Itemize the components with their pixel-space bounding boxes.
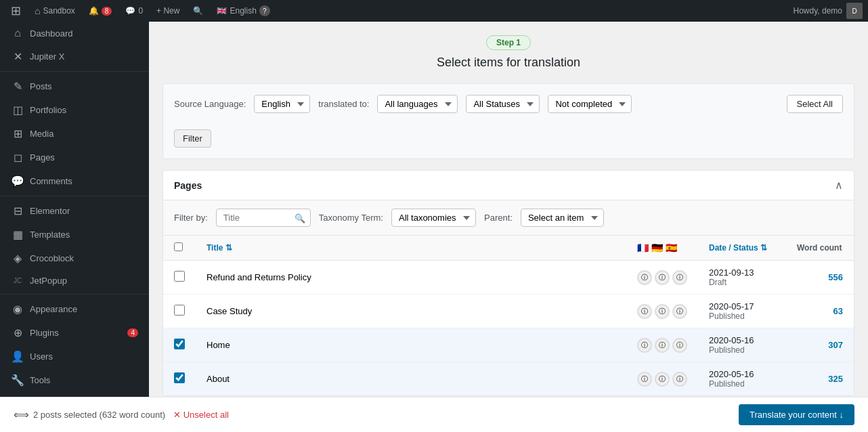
sidebar-item-pages[interactable]: ◻ Pages bbox=[0, 146, 149, 169]
completion-select[interactable]: Not completed bbox=[548, 95, 632, 113]
translated-to-label: translated to: bbox=[318, 99, 369, 109]
fr-flag[interactable]: ⓘ bbox=[637, 338, 652, 353]
wp-logo[interactable]: ⊞ bbox=[5, 0, 26, 22]
de-flag[interactable]: ⓘ bbox=[655, 372, 670, 387]
sidebar-item-templates[interactable]: ▦ Templates bbox=[0, 223, 149, 246]
row-checkbox[interactable] bbox=[174, 271, 185, 282]
fr-flag[interactable]: ⓘ bbox=[637, 304, 652, 319]
row-checkbox[interactable] bbox=[174, 372, 185, 383]
translate-button[interactable]: Translate your content ↓ bbox=[739, 404, 854, 425]
table-body: Refund and Returns Policy ⓘ ⓘ ⓘ 2021-09 bbox=[163, 261, 854, 396]
table-row: Home ⓘ ⓘ ⓘ 2020-05-16 P bbox=[163, 328, 854, 362]
sidebar-item-media[interactable]: ⊞ Media bbox=[0, 122, 149, 146]
row-date-cell: 2020-05-16 Published bbox=[698, 328, 786, 362]
es-flag[interactable]: ⓘ bbox=[672, 372, 687, 387]
sidebar-item-jupiter-x[interactable]: ✕ Jupiter X bbox=[0, 45, 149, 68]
col-date-header[interactable]: Date / Status ⇅ bbox=[698, 236, 786, 261]
tools-icon: 🔧 bbox=[11, 374, 24, 387]
row-title-cell: Case Study bbox=[196, 295, 626, 328]
plugins-icon: ⊕ bbox=[11, 326, 24, 339]
source-language-select[interactable]: English bbox=[254, 95, 310, 113]
sidebar-item-elementor[interactable]: ⊟ Elementor bbox=[0, 199, 149, 223]
new-item[interactable]: + New bbox=[151, 0, 185, 22]
language-item[interactable]: 🇬🇧 English ? bbox=[211, 0, 275, 22]
de-flag[interactable]: ⓘ bbox=[655, 270, 670, 285]
row-wordcount-cell: 325 bbox=[786, 362, 854, 396]
sidebar-item-crocoblock[interactable]: ◈ Crocoblock bbox=[0, 246, 149, 270]
table-row: About ⓘ ⓘ ⓘ 2020-05-16 bbox=[163, 362, 854, 396]
sidebar-item-comments[interactable]: 💬 Comments bbox=[0, 169, 149, 193]
de-flag-header: 🇩🇪 bbox=[651, 242, 663, 253]
sidebar-item-users[interactable]: 👤 Users bbox=[0, 345, 149, 368]
users-icon: 👤 bbox=[11, 350, 24, 363]
row-checkbox[interactable] bbox=[174, 339, 185, 349]
es-flag-header: 🇪🇸 bbox=[666, 242, 677, 253]
pages-table: Title ⇅ 🇫🇷 🇩🇪 🇪🇸 Date / Status bbox=[163, 236, 854, 395]
divider bbox=[0, 294, 149, 295]
search-item[interactable]: 🔍 bbox=[188, 0, 209, 22]
pages-section: Pages ∧ Filter by: 🔍 Taxonomy Term: All … bbox=[162, 170, 854, 396]
translate-icon: ⟺ bbox=[14, 408, 29, 421]
row-wordcount-cell: 63 bbox=[786, 295, 854, 328]
filter-button[interactable]: Filter bbox=[174, 129, 211, 148]
posts-icon: ✎ bbox=[11, 80, 24, 93]
comments-item[interactable]: 💬 0 bbox=[120, 0, 148, 22]
admin-bar: ⊞ ⌂ Sandbox 🔔 8 💬 0 + New 🔍 🇬🇧 English ?… bbox=[0, 0, 868, 22]
row-check-cell bbox=[163, 261, 196, 295]
jetpopup-icon: JC bbox=[11, 277, 24, 284]
row-checkbox[interactable] bbox=[174, 305, 185, 316]
parent-select[interactable]: Select an item bbox=[521, 209, 604, 227]
elementor-icon: ⊟ bbox=[11, 204, 24, 217]
fr-flag[interactable]: ⓘ bbox=[637, 270, 652, 285]
avatar: D bbox=[846, 3, 863, 19]
comment-icon: 💬 bbox=[125, 6, 135, 16]
templates-icon: ▦ bbox=[11, 228, 24, 241]
table-row: Refund and Returns Policy ⓘ ⓘ ⓘ 2021-09 bbox=[163, 261, 854, 295]
unselect-all-link[interactable]: ✕ Unselect all bbox=[173, 410, 229, 420]
row-flags-cell: ⓘ ⓘ ⓘ bbox=[626, 328, 698, 362]
row-date-cell: 2021-09-13 Draft bbox=[698, 261, 786, 295]
select-all-checkbox[interactable] bbox=[174, 242, 183, 251]
row-flags-cell: ⓘ ⓘ ⓘ bbox=[626, 295, 698, 328]
row-date-cell: 2020-05-16 Published bbox=[698, 362, 786, 396]
taxonomy-select[interactable]: All taxonomies bbox=[391, 209, 476, 227]
sidebar-item-appearance[interactable]: ◉ Appearance bbox=[0, 297, 149, 321]
fr-flag[interactable]: ⓘ bbox=[637, 372, 652, 387]
sidebar-item-tools[interactable]: 🔧 Tools bbox=[0, 368, 149, 392]
appearance-icon: ◉ bbox=[11, 303, 24, 316]
es-flag[interactable]: ⓘ bbox=[672, 338, 687, 353]
row-wordcount-cell: 307 bbox=[786, 328, 854, 362]
es-flag[interactable]: ⓘ bbox=[672, 304, 687, 319]
de-flag[interactable]: ⓘ bbox=[655, 338, 670, 353]
search-icon: 🔍 bbox=[193, 6, 203, 16]
de-flag[interactable]: ⓘ bbox=[655, 304, 670, 319]
all-statuses-select[interactable]: All Statuses bbox=[466, 95, 540, 113]
updates-item[interactable]: 🔔 8 bbox=[83, 0, 118, 22]
sidebar-item-settings[interactable]: ⚙ Settings bbox=[0, 392, 149, 397]
sidebar-item-posts[interactable]: ✎ Posts bbox=[0, 74, 149, 98]
main-content: Step 1 Select items for translation Sour… bbox=[149, 22, 868, 397]
title-search-wrap: 🔍 bbox=[216, 209, 311, 227]
col-title-header[interactable]: Title ⇅ bbox=[196, 236, 626, 261]
table-head: Title ⇅ 🇫🇷 🇩🇪 🇪🇸 Date / Status bbox=[163, 236, 854, 261]
howdy-section[interactable]: Howdy, demo D bbox=[794, 3, 863, 19]
row-check-cell bbox=[163, 362, 196, 396]
sidebar-item-portfolios[interactable]: ◫ Portfolios bbox=[0, 98, 149, 122]
section-header: Pages ∧ bbox=[163, 171, 854, 200]
select-all-button[interactable]: Select All bbox=[787, 95, 843, 113]
table-header-row: Title ⇅ 🇫🇷 🇩🇪 🇪🇸 Date / Status bbox=[163, 236, 854, 261]
translated-to-select[interactable]: All languages bbox=[377, 95, 458, 113]
sidebar-item-jetpopup[interactable]: JC JetPopup bbox=[0, 270, 149, 291]
site-name[interactable]: ⌂ Sandbox bbox=[29, 0, 81, 22]
filter-by-label: Filter by: bbox=[174, 213, 208, 223]
collapse-button[interactable]: ∧ bbox=[835, 179, 843, 192]
sidebar-item-plugins[interactable]: ⊕ Plugins 4 bbox=[0, 321, 149, 345]
sidebar-item-dashboard[interactable]: ⌂ Dashboard bbox=[0, 22, 149, 45]
row-check-cell bbox=[163, 328, 196, 362]
row-title-cell: About bbox=[196, 362, 626, 396]
portfolios-icon: ◫ bbox=[11, 104, 24, 116]
row-check-cell bbox=[163, 295, 196, 328]
footer-bar: ⟺ 2 posts selected (632 word count) ✕ Un… bbox=[0, 397, 868, 432]
es-flag[interactable]: ⓘ bbox=[672, 270, 687, 285]
crocoblock-icon: ◈ bbox=[11, 252, 24, 265]
